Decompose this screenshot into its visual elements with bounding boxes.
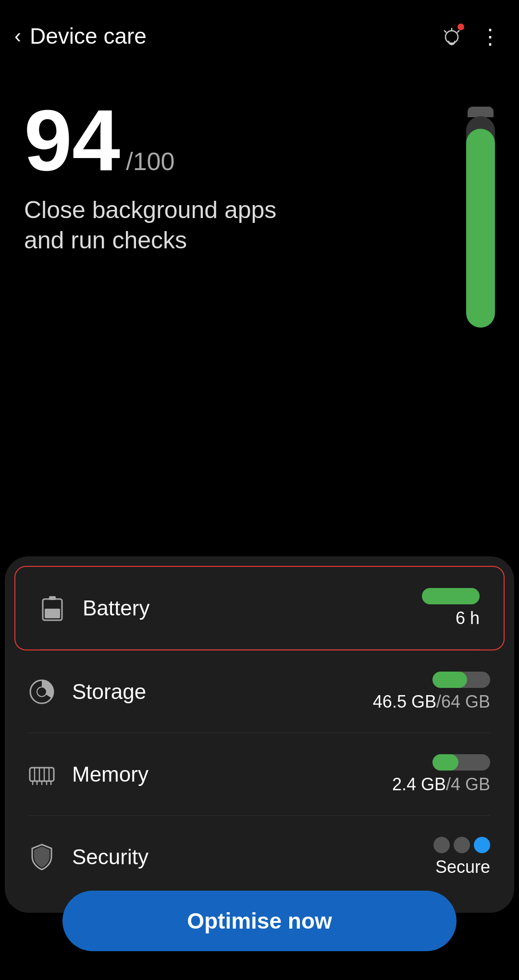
score-value: 94 <box>24 97 120 184</box>
battery-toggle <box>422 588 480 604</box>
storage-card[interactable]: Storage 46.5 GB/64 GB <box>5 650 514 733</box>
optimise-button[interactable]: Optimise now <box>62 891 457 951</box>
battery-card[interactable]: Battery 6 h <box>14 566 505 650</box>
top-bar: ‹ Device care ⋮ <box>0 0 519 59</box>
storage-card-left: Storage <box>29 679 146 705</box>
security-card[interactable]: Security Secure <box>5 816 514 898</box>
memory-icon <box>29 761 55 787</box>
score-bar-cap <box>468 107 494 117</box>
security-dot-3 <box>474 837 490 853</box>
more-options-button[interactable]: ⋮ <box>480 24 500 49</box>
bulb-icon-wrapper[interactable] <box>441 25 462 47</box>
security-icon <box>29 844 55 870</box>
back-button[interactable]: ‹ <box>14 26 21 46</box>
battery-card-left: Battery <box>39 595 149 621</box>
score-section: 94 /100 Close background apps and run ch… <box>0 59 519 328</box>
top-bar-left: ‹ Device care <box>14 23 147 49</box>
cards-section: Battery 6 h Storage 46 <box>5 556 514 913</box>
score-bar-fill <box>466 129 495 328</box>
memory-label: Memory <box>72 762 148 786</box>
battery-icon <box>39 595 65 621</box>
notification-dot <box>457 24 464 30</box>
battery-card-right: 6 h <box>422 588 480 628</box>
storage-card-right: 46.5 GB/64 GB <box>373 672 490 712</box>
storage-label: Storage <box>72 680 146 704</box>
top-bar-right: ⋮ <box>441 24 500 49</box>
score-bar-container <box>466 107 495 328</box>
svg-point-0 <box>445 31 458 43</box>
svg-rect-6 <box>49 596 56 600</box>
svg-line-3 <box>445 31 446 32</box>
battery-label: Battery <box>83 596 149 620</box>
score-left: 94 /100 Close background apps and run ch… <box>24 97 303 255</box>
security-label: Security <box>72 845 148 869</box>
memory-card[interactable]: Memory 2.4 GB/4 GB <box>5 733 514 816</box>
svg-point-9 <box>37 687 47 697</box>
security-dot-2 <box>454 837 470 853</box>
memory-toggle <box>432 754 490 771</box>
memory-value: 2.4 GB/4 GB <box>392 774 490 795</box>
security-card-left: Security <box>29 844 148 870</box>
battery-toggle-fill <box>422 588 480 604</box>
score-number-row: 94 /100 <box>24 97 303 184</box>
storage-icon <box>29 679 55 705</box>
svg-rect-10 <box>30 768 54 781</box>
security-dots <box>433 837 490 853</box>
storage-toggle <box>432 672 490 688</box>
svg-line-4 <box>457 31 459 32</box>
svg-rect-7 <box>45 609 60 618</box>
storage-toggle-fill <box>432 672 467 688</box>
storage-value: 46.5 GB/64 GB <box>373 692 490 712</box>
security-value: Secure <box>435 857 490 877</box>
score-subtitle: Close background apps and run checks <box>24 195 303 255</box>
memory-card-right: 2.4 GB/4 GB <box>392 754 490 795</box>
security-dot-1 <box>433 837 450 853</box>
score-max: /100 <box>126 147 174 176</box>
memory-toggle-fill <box>432 754 458 771</box>
battery-value: 6 h <box>456 608 480 628</box>
memory-card-left: Memory <box>29 761 148 787</box>
score-bar-outer <box>466 116 495 328</box>
security-card-right: Secure <box>433 837 490 877</box>
page-title: Device care <box>30 23 147 49</box>
